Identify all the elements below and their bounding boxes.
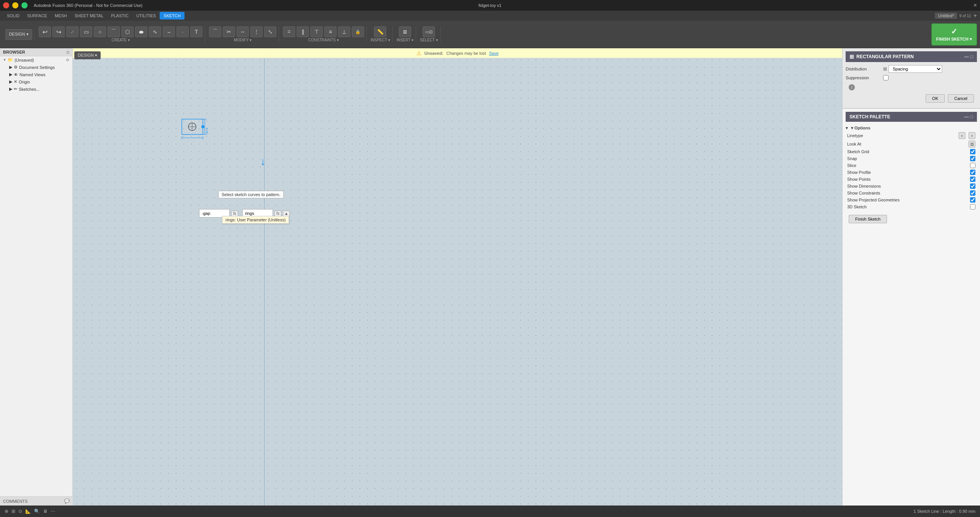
sketch-palette-header: SKETCH PALETTE — □ [846, 112, 977, 122]
polygon-tool-btn[interactable]: ⬡ [121, 26, 134, 37]
extra-status-icon[interactable]: ⋯ [51, 509, 55, 514]
browser-settings-icon[interactable]: ⚙ [66, 58, 69, 62]
look-at-btn[interactable]: ⊡ [969, 141, 975, 147]
browser-item-doc-settings[interactable]: ▶ ⚙ Document Settings [0, 64, 72, 71]
fillet-btn[interactable]: ⌒ [209, 26, 221, 37]
document-tab-untitled[interactable]: Untitled* [935, 13, 957, 19]
sketch-palette-collapse-btn[interactable]: — [964, 114, 969, 119]
comments-icon[interactable]: 💬 [64, 499, 70, 504]
create-label[interactable]: CREATE ▾ [111, 38, 130, 42]
point-tool-btn[interactable]: · [176, 26, 189, 37]
insert-image-btn[interactable]: 🖼 [399, 26, 411, 37]
tab-plastic[interactable]: PLASTIC [107, 12, 132, 20]
close-window-btn[interactable] [3, 2, 9, 8]
cursor-status-icon[interactable]: ⊕ [5, 509, 8, 514]
tab-solid[interactable]: SOLID [3, 12, 23, 20]
trim-btn[interactable]: ✂ [223, 26, 235, 37]
snap-status-icon[interactable]: ⊙ [18, 509, 22, 514]
extend-btn[interactable]: ↔ [237, 26, 249, 37]
browser-item-sketches[interactable]: ▶ ✏ Sketches... [0, 85, 72, 93]
show-profile-checkbox[interactable] [970, 170, 975, 175]
text-tool-btn[interactable]: T [190, 26, 203, 37]
linetype-right-btn[interactable]: › [969, 132, 975, 139]
browser-collapse-btn[interactable]: ⊡ [66, 50, 69, 54]
rectangle-tool-btn[interactable]: ▭ [80, 26, 92, 37]
snap-label: Snap [847, 156, 967, 161]
offset-btn[interactable]: ⤡ [264, 26, 276, 37]
canvas-area[interactable]: 0.90 ↓ Select sketch curves to pattern. … [73, 48, 842, 506]
measure-status-icon[interactable]: 📐 [25, 509, 31, 514]
perpendicular-btn[interactable]: ⊥ [338, 26, 350, 37]
minimize-window-btn[interactable] [12, 2, 18, 8]
linetype-left-btn[interactable]: ‹ [959, 132, 965, 139]
design-dropdown[interactable]: DESIGN ▾ [5, 29, 32, 40]
sketch-3d-checkbox[interactable] [970, 204, 975, 209]
grid-status-icon[interactable]: ⊞ [11, 509, 15, 514]
rp-ok-btn[interactable]: OK [926, 94, 945, 103]
redo-btn[interactable]: ↪ [52, 26, 65, 37]
linetype-label: Linetype [847, 133, 956, 138]
save-link[interactable]: Save [489, 51, 498, 56]
show-projected-checkbox[interactable] [970, 197, 975, 203]
select-btn[interactable]: ▭⊡ [423, 26, 435, 37]
lock-btn[interactable]: 🔒 [352, 26, 364, 37]
browser-item-origin[interactable]: ▶ ✕ Origin [0, 78, 72, 85]
view-status-icon[interactable]: 🖥 [43, 509, 47, 514]
arc-tool-btn[interactable]: ⌒ [108, 26, 120, 37]
rings-up-btn[interactable]: ▲ [283, 211, 290, 216]
sketch-grid-checkbox[interactable] [970, 149, 975, 154]
tab-surface[interactable]: SURFACE [23, 12, 51, 20]
show-constraints-row: Show Constraints [846, 190, 977, 196]
gap-fx-btn[interactable]: fx [231, 211, 238, 216]
show-projected-row: Show Projected Geometries [846, 196, 977, 203]
finish-sketch-btn[interactable]: ✓ FINISH SKETCH ▾ [931, 23, 977, 46]
browser-item-named-views[interactable]: ▶ 👁 Named Views [0, 71, 72, 78]
show-constraints-checkbox[interactable] [970, 190, 975, 196]
circle-tool-btn[interactable]: ○ [94, 26, 106, 37]
tab-mesh[interactable]: MESH [51, 12, 71, 20]
snap-checkbox[interactable] [970, 156, 975, 161]
coincident-btn[interactable]: = [283, 26, 295, 37]
line-tool-btn[interactable]: ⟋ [66, 26, 78, 37]
suppression-checkbox[interactable] [883, 75, 889, 80]
equal-btn[interactable]: ≡ [324, 26, 336, 37]
tab-utilities[interactable]: UTILITIES [132, 12, 160, 20]
collinear-btn[interactable]: ‖ [297, 26, 309, 37]
status-bar: ⊕ ⊞ ⊙ 📐 🔍 🖥 ⋯ 1 Sketch Line : Length : 0… [0, 506, 980, 517]
insert-label[interactable]: INSERT ▾ [397, 38, 413, 42]
modify-label[interactable]: MODIFY ▾ [234, 38, 252, 42]
constraints-label[interactable]: CONSTRAINTS ▾ [308, 38, 338, 42]
pattern-arrow: ↓ [260, 155, 266, 168]
design-selector[interactable]: DESIGN ▾ [74, 51, 101, 59]
measure-btn[interactable]: 📏 [374, 26, 386, 37]
window-close-icon[interactable]: × [973, 2, 977, 9]
break-btn[interactable]: ⋮ [250, 26, 263, 37]
sketch-palette-expand-btn[interactable]: □ [970, 114, 973, 119]
finish-sketch-panel-btn[interactable]: Finish Sketch [849, 215, 887, 223]
rect-pattern-expand-btn[interactable]: □ [970, 54, 973, 59]
show-points-checkbox[interactable] [970, 177, 975, 182]
select-label[interactable]: SELECT ▾ [420, 38, 438, 42]
suppression-row: Suppression [846, 75, 977, 80]
show-dimensions-checkbox[interactable] [970, 183, 975, 189]
tab-sheet-metal[interactable]: SHEET METAL [71, 12, 107, 20]
rings-fx-btn[interactable]: fx [274, 211, 281, 216]
conic-tool-btn[interactable]: ⌣ [163, 26, 175, 37]
maximize-window-btn[interactable] [21, 2, 28, 8]
tangent-btn[interactable]: ⊤ [310, 26, 323, 37]
zoom-status-icon[interactable]: 🔍 [34, 509, 40, 514]
spline-tool-btn[interactable]: ∿ [149, 26, 161, 37]
add-tab-btn[interactable]: + [973, 12, 977, 19]
slice-checkbox[interactable] [970, 163, 975, 168]
comments-label: COMMENTS [3, 499, 28, 504]
undo-btn[interactable]: ↩ [39, 26, 51, 37]
inspect-label[interactable]: INSPECT ▾ [371, 38, 390, 42]
right-panel: ⊞ RECTANGULAR PATTERN — □ Distribution ⊞… [842, 48, 980, 506]
rp-cancel-btn[interactable]: Cancel [948, 94, 974, 103]
browser-item-unsaved[interactable]: ▼ 📁 (Unsaved) ⚙ [0, 56, 72, 64]
finish-sketch-label: FINISH SKETCH ▾ [936, 37, 972, 42]
tab-sketch[interactable]: SKETCH [160, 12, 185, 20]
distribution-select[interactable]: Spacing [889, 65, 942, 73]
rect-pattern-collapse-btn[interactable]: — [964, 54, 969, 59]
ellipse-tool-btn[interactable]: ⬬ [135, 26, 147, 37]
